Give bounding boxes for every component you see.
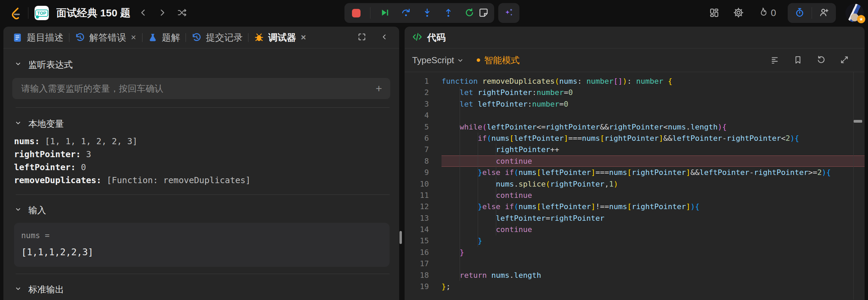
line-number[interactable]: 5 xyxy=(405,121,429,133)
code-line[interactable]: 9 }else if(nums[leftPointer]===nums[righ… xyxy=(405,167,865,178)
code-text[interactable]: return nums.length xyxy=(442,270,865,281)
prev-problem-button[interactable] xyxy=(137,5,150,21)
code-line[interactable]: 12 }else if(nums[leftPointer]!==nums[rig… xyxy=(405,201,865,212)
code-text[interactable]: continue xyxy=(442,155,865,167)
top-interview-book-icon[interactable]: TOP xyxy=(35,6,49,20)
code-line[interactable]: 3 let leftPointer:number=0 xyxy=(405,98,865,110)
code-editor[interactable]: 1function removeDuplicates(nums: number[… xyxy=(405,72,865,300)
timer-button[interactable] xyxy=(788,7,812,19)
code-line[interactable]: 8 continue xyxy=(405,155,865,167)
input-section-header[interactable]: 输入 xyxy=(3,205,399,215)
code-text[interactable]: } xyxy=(442,235,865,246)
tab-problem-description[interactable]: 题目描述 xyxy=(8,31,68,44)
code-text[interactable]: } xyxy=(442,247,865,258)
line-number[interactable]: 18 xyxy=(405,270,429,281)
line-number[interactable]: 16 xyxy=(405,247,429,258)
code-text[interactable]: rightPointer++ xyxy=(442,144,865,155)
study-plan-title[interactable]: 面试经典 150 题 xyxy=(56,6,131,20)
settings-button[interactable] xyxy=(731,5,746,21)
layout-button[interactable] xyxy=(707,5,721,21)
collapse-panel-button[interactable] xyxy=(379,30,390,44)
code-line[interactable]: 13 leftPointer=rightPointer xyxy=(405,213,865,224)
watch-expression-input[interactable]: 请输入需要监听的变量，按回车确认 + xyxy=(12,78,390,99)
code-line[interactable]: 5 while(leftPointer<=rightPointer&&right… xyxy=(405,121,865,133)
random-problem-button[interactable] xyxy=(175,5,189,21)
line-number[interactable]: 11 xyxy=(405,190,429,201)
code-text[interactable]: let leftPointer:number=0 xyxy=(442,98,865,110)
code-line[interactable]: 11 continue xyxy=(405,190,865,201)
tab-submissions[interactable]: 提交记录 xyxy=(187,31,247,44)
line-number[interactable]: 10 xyxy=(405,178,429,190)
close-icon[interactable]: × xyxy=(300,32,307,43)
fullscreen-button[interactable] xyxy=(355,30,368,44)
line-number[interactable]: 7 xyxy=(405,144,429,155)
debug-step-into-button[interactable] xyxy=(420,6,434,21)
debug-step-over-button[interactable] xyxy=(399,6,413,21)
scrollbar-thumb[interactable] xyxy=(854,120,862,123)
panel-resize-handle[interactable] xyxy=(399,231,402,244)
line-number[interactable]: 14 xyxy=(405,224,429,235)
code-line[interactable]: 17 xyxy=(405,258,865,269)
line-number[interactable]: 1 xyxy=(405,76,429,87)
line-number[interactable]: 6 xyxy=(405,133,429,144)
reset-code-button[interactable] xyxy=(815,53,828,67)
code-text[interactable]: }; xyxy=(442,281,865,292)
expand-editor-button[interactable] xyxy=(838,53,851,67)
line-number[interactable]: 9 xyxy=(405,167,429,178)
language-select[interactable]: TypeScript xyxy=(412,55,463,66)
code-line[interactable]: 7 rightPointer++ xyxy=(405,144,865,155)
line-number[interactable]: 12 xyxy=(405,201,429,212)
code-line[interactable]: 15 } xyxy=(405,235,865,246)
code-text[interactable]: }else if(nums[leftPointer]!==nums[rightP… xyxy=(442,201,865,212)
code-text[interactable]: while(leftPointer<=rightPointer&&rightPo… xyxy=(442,121,865,133)
code-line[interactable]: 1function removeDuplicates(nums: number[… xyxy=(405,76,865,87)
watch-section-header[interactable]: 监听表达式 xyxy=(3,59,399,70)
code-line[interactable]: 14 continue xyxy=(405,224,865,235)
leetcode-logo-icon[interactable] xyxy=(9,6,22,20)
line-number[interactable]: 2 xyxy=(405,87,429,98)
code-line[interactable]: 18 return nums.length xyxy=(405,270,865,281)
code-text[interactable] xyxy=(442,258,865,269)
line-number[interactable]: 13 xyxy=(405,213,429,224)
code-text[interactable]: }else if(nums[leftPointer]===nums[rightP… xyxy=(442,167,865,178)
code-text[interactable]: leftPointer=rightPointer xyxy=(442,213,865,224)
code-line[interactable]: 16 } xyxy=(405,247,865,258)
code-line[interactable]: 4 xyxy=(405,110,865,121)
tab-debugger[interactable]: 调试器× xyxy=(249,31,311,44)
code-line[interactable]: 10 nums.splice(rightPointer,1) xyxy=(405,178,865,190)
bookmark-button[interactable] xyxy=(791,53,804,67)
tab-solutions[interactable]: 题解 xyxy=(143,31,185,44)
line-number[interactable]: 17 xyxy=(405,258,429,269)
code-text[interactable] xyxy=(442,110,865,121)
code-line[interactable]: 2 let rightPointer:number=0 xyxy=(405,87,865,98)
close-icon[interactable]: × xyxy=(130,32,137,43)
notes-button[interactable] xyxy=(473,3,494,23)
line-number[interactable]: 15 xyxy=(405,235,429,246)
debug-continue-button[interactable] xyxy=(378,6,392,21)
debug-stop-button[interactable] xyxy=(350,7,363,19)
debug-step-out-button[interactable] xyxy=(442,6,455,21)
streak-button[interactable]: 0 xyxy=(756,5,778,22)
code-text[interactable]: continue xyxy=(442,224,865,235)
stdout-section-header[interactable]: 标准输出 xyxy=(3,284,399,295)
line-number[interactable]: 3 xyxy=(405,98,429,110)
input-param-value[interactable]: [1,1,1,2,2,3] xyxy=(21,247,381,257)
line-number[interactable]: 8 xyxy=(405,155,429,167)
code-text[interactable]: function removeDuplicates(nums: number[]… xyxy=(442,76,865,87)
line-number[interactable]: 4 xyxy=(405,110,429,121)
plus-icon[interactable]: + xyxy=(376,82,382,95)
locals-section-header[interactable]: 本地变量 xyxy=(3,119,399,129)
format-code-button[interactable] xyxy=(768,53,781,67)
next-problem-button[interactable] xyxy=(156,5,169,21)
code-line[interactable]: 6 if(nums[leftPointer]===nums[rightPoint… xyxy=(405,133,865,144)
code-text[interactable]: continue xyxy=(442,190,865,201)
invite-button[interactable] xyxy=(812,7,836,19)
code-text[interactable]: let rightPointer:number=0 xyxy=(442,87,865,98)
code-line[interactable]: 19}; xyxy=(405,281,865,292)
ai-assistant-button[interactable] xyxy=(498,3,519,23)
smart-mode-indicator[interactable]: 智能模式 xyxy=(477,54,520,66)
tab-wrong-answer[interactable]: 解答错误× xyxy=(70,31,141,44)
code-text[interactable]: nums.splice(rightPointer,1) xyxy=(442,178,865,190)
code-text[interactable]: if(nums[leftPointer]===nums[rightPointer… xyxy=(442,133,865,144)
avatar[interactable]: ★ xyxy=(845,4,864,22)
